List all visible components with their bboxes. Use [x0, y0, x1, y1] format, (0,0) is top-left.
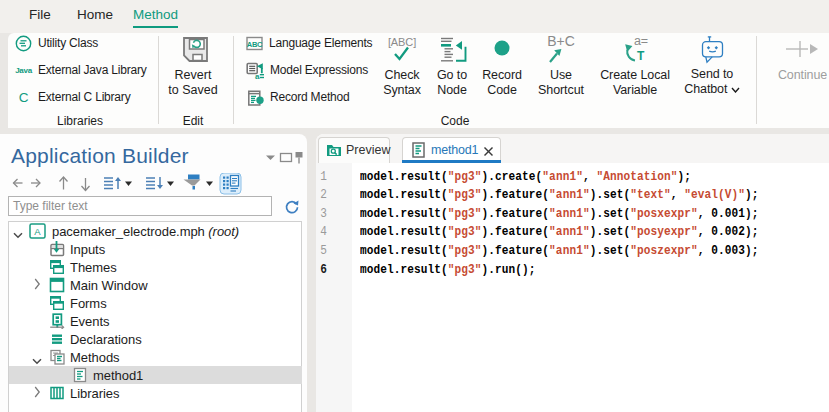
- svg-text:[ABC]: [ABC]: [388, 36, 416, 48]
- svg-text:B+C: B+C: [547, 33, 574, 49]
- svg-text:T: T: [637, 49, 645, 63]
- svg-text:a=: a=: [634, 34, 648, 48]
- svg-text:a: a: [255, 72, 260, 79]
- svg-text:ABC: ABC: [247, 40, 263, 49]
- svg-text:A: A: [34, 226, 41, 237]
